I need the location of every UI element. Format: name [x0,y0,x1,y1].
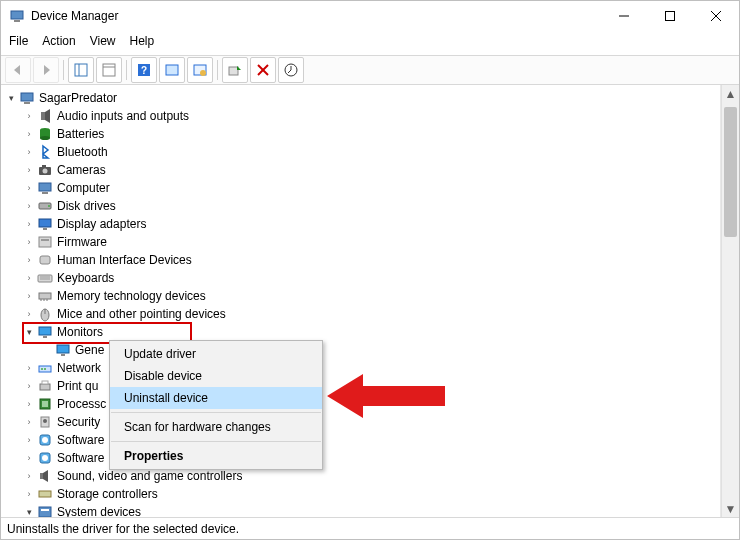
svg-rect-46 [39,327,51,335]
properties-tb-button[interactable] [96,57,122,83]
svg-rect-8 [103,64,115,76]
menu-separator [111,412,321,413]
chevron-icon[interactable]: › [23,471,35,481]
context-menu-item[interactable]: Scan for hardware changes [110,416,322,438]
vertical-scrollbar[interactable]: ▲ ▼ [721,85,739,517]
tree-category[interactable]: ›Display adapters [1,215,720,233]
chevron-icon[interactable]: › [23,129,35,139]
menu-view[interactable]: View [90,34,116,48]
refresh-tb-button[interactable] [159,57,185,83]
svg-rect-32 [39,219,51,227]
device-manager-window: Device Manager File Action View Help ? ▾… [0,0,740,540]
tree-category[interactable]: ▾Monitors [1,323,720,341]
toolbar: ? [1,55,739,85]
chevron-icon[interactable]: › [23,417,35,427]
tree-category-label: Keyboards [57,271,114,285]
chevron-icon[interactable]: › [23,291,35,301]
chevron-icon[interactable]: › [23,201,35,211]
chevron-icon[interactable]: ▾ [23,327,35,337]
uninstall-tb-button[interactable] [250,57,276,83]
tree-category-label: Mice and other pointing devices [57,307,226,321]
tree-category[interactable]: ›Mice and other pointing devices [1,305,720,323]
tree-category-label: Batteries [57,127,104,141]
svg-rect-35 [41,239,49,241]
chevron-icon[interactable]: › [23,435,35,445]
svg-rect-1 [14,20,20,22]
update-driver-tb-button[interactable] [278,57,304,83]
tree-category[interactable]: ›Disk drives [1,197,720,215]
chevron-icon[interactable]: › [23,309,35,319]
back-button[interactable] [5,57,31,83]
forward-button[interactable] [33,57,59,83]
scroll-down-icon[interactable]: ▼ [722,500,739,517]
chevron-icon[interactable]: › [23,165,35,175]
titlebar: Device Manager [1,1,739,31]
context-menu-item[interactable]: Disable device [110,365,322,387]
tree-category[interactable]: ›Memory technology devices [1,287,720,305]
svg-rect-27 [42,165,46,167]
cpu-icon [37,396,53,412]
context-menu-item-label: Update driver [124,347,196,361]
tree-category-label: Security [57,415,100,429]
menu-action[interactable]: Action [42,34,75,48]
tree-category[interactable]: ›Human Interface Devices [1,251,720,269]
context-menu-item[interactable]: Properties [110,445,322,467]
chevron-icon[interactable]: › [23,399,35,409]
svg-point-58 [43,419,47,423]
chevron-icon[interactable]: › [23,219,35,229]
close-button[interactable] [693,1,739,31]
show-hide-tree-button[interactable] [68,57,94,83]
svg-rect-28 [39,183,51,191]
scroll-thumb[interactable] [724,107,737,237]
menu-file[interactable]: File [9,34,28,48]
chevron-icon[interactable]: › [23,453,35,463]
chevron-icon[interactable]: › [23,111,35,121]
monitor-icon [37,324,53,340]
chevron-icon[interactable]: › [23,183,35,193]
tree-category[interactable]: ›Keyboards [1,269,720,287]
svg-rect-33 [43,228,47,230]
tree-category[interactable]: ▾System devices [1,503,720,517]
tree-category-label: Cameras [57,163,106,177]
software-icon [37,432,53,448]
menubar: File Action View Help [1,31,739,55]
tree-category[interactable]: ›Audio inputs and outputs [1,107,720,125]
maximize-button[interactable] [647,1,693,31]
scan-hardware-tb-button[interactable] [222,57,248,83]
context-menu-item[interactable]: Update driver [110,343,322,365]
context-menu-item-label: Properties [124,449,183,463]
chevron-icon[interactable]: ▾ [23,507,35,517]
status-text: Uninstalls the driver for the selected d… [7,522,239,536]
system-icon [37,504,53,517]
chevron-icon[interactable]: › [23,255,35,265]
computer-icon [37,180,53,196]
tree-category[interactable]: ›Firmware [1,233,720,251]
storage-icon [37,486,53,502]
camera-icon [37,162,53,178]
context-menu-item[interactable]: Uninstall device [110,387,322,409]
scroll-up-icon[interactable]: ▲ [722,85,739,102]
svg-rect-49 [61,354,65,356]
chevron-down-icon[interactable]: ▾ [5,93,17,103]
minimize-button[interactable] [601,1,647,31]
tree-category[interactable]: ›Cameras [1,161,720,179]
properties2-tb-button[interactable] [187,57,213,83]
help-tb-button[interactable]: ? [131,57,157,83]
tree-category[interactable]: ›Computer [1,179,720,197]
menu-help[interactable]: Help [130,34,155,48]
chevron-icon[interactable]: › [23,489,35,499]
chevron-icon[interactable]: › [23,363,35,373]
tree-category[interactable]: ›Bluetooth [1,143,720,161]
tree-root[interactable]: ▾SagarPredator [1,89,720,107]
tree-category[interactable]: ›Batteries [1,125,720,143]
chevron-icon[interactable]: › [23,237,35,247]
monitor-icon [55,342,71,358]
tree-category-label: Memory technology devices [57,289,206,303]
chevron-icon[interactable]: › [23,381,35,391]
chevron-icon[interactable]: › [23,147,35,157]
svg-rect-56 [42,401,48,407]
context-menu: Update driverDisable deviceUninstall dev… [109,340,323,470]
svg-point-60 [42,437,48,443]
chevron-icon[interactable]: › [23,273,35,283]
tree-category[interactable]: ›Storage controllers [1,485,720,503]
